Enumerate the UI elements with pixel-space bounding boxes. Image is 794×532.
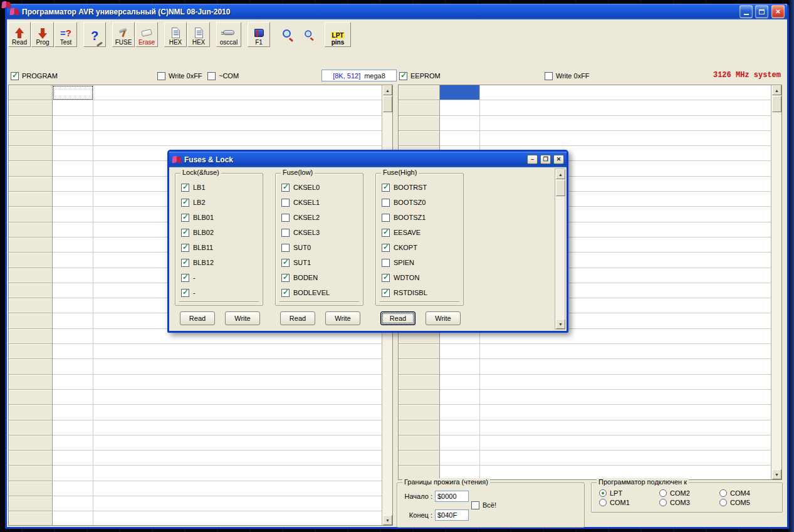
write-ff-left-checkbox[interactable]: Write 0xFF [157, 71, 202, 81]
grid-cell[interactable] [480, 116, 771, 131]
connection-radio-COM3[interactable]: COM3 [659, 499, 690, 506]
grid-cell[interactable] [440, 466, 480, 479]
grid-row[interactable] [399, 116, 771, 131]
scrollbar-thumb[interactable] [383, 96, 392, 112]
checkbox[interactable] [181, 184, 189, 192]
row-header-cell[interactable] [9, 298, 53, 313]
maximize-button[interactable] [755, 5, 768, 18]
checkbox[interactable] [382, 184, 390, 192]
grid-row[interactable] [399, 375, 771, 390]
grid-cell[interactable] [53, 161, 93, 176]
grid-cell[interactable] [480, 100, 771, 115]
checkbox[interactable] [181, 289, 189, 297]
grid-cell[interactable] [93, 85, 382, 100]
grid-cell[interactable] [53, 253, 93, 268]
row-header-cell[interactable] [399, 375, 440, 390]
read-button[interactable]: Read [8, 22, 31, 47]
radio-button[interactable] [659, 499, 667, 506]
fuse-option-BLB02[interactable]: BLB02 [175, 225, 263, 240]
grid-cell[interactable] [53, 511, 93, 525]
grid-cell[interactable] [53, 329, 93, 344]
checkbox[interactable] [281, 229, 290, 237]
grid-cell[interactable] [93, 390, 382, 405]
grid-cell[interactable] [53, 298, 93, 313]
fuse-option-BOOTSZ1[interactable]: BOOTSZ1 [376, 210, 463, 225]
grid-cell[interactable] [440, 116, 480, 131]
grid-cell[interactable] [480, 344, 771, 359]
lock-read-button[interactable]: Read [180, 311, 215, 325]
checkbox[interactable] [382, 259, 390, 267]
grid-row[interactable] [9, 451, 382, 466]
grid-row[interactable] [9, 405, 382, 420]
grid-cell[interactable] [480, 359, 771, 374]
fuse-option-CKSEL0[interactable]: CKSEL0 [276, 180, 363, 195]
checkbox[interactable] [471, 501, 479, 509]
checkbox[interactable] [545, 72, 553, 80]
row-header-cell[interactable] [9, 177, 53, 192]
fuse-option-BODLEVEL[interactable]: BODLEVEL [276, 285, 363, 300]
fuse-option-SPIEN[interactable]: SPIEN [376, 255, 463, 270]
checkbox[interactable] [281, 184, 290, 192]
checkbox[interactable] [181, 199, 189, 207]
fuse-option-LB1[interactable]: LB1 [175, 180, 263, 195]
grid-row[interactable] [399, 451, 771, 466]
connection-radio-COM1[interactable]: COM1 [599, 499, 630, 506]
program-checkbox[interactable]: PROGRAM [11, 71, 58, 81]
checkbox[interactable] [281, 199, 290, 207]
grid-cell[interactable] [53, 375, 93, 390]
grid-cell[interactable] [440, 451, 480, 466]
grid-row[interactable] [399, 344, 771, 359]
checkbox[interactable] [181, 214, 189, 222]
grid-cell[interactable] [480, 466, 771, 479]
fusehigh-read-button[interactable]: Read [380, 311, 415, 325]
grid-cell[interactable] [53, 131, 93, 146]
grid-cell[interactable] [440, 359, 480, 374]
row-header-cell[interactable] [399, 116, 440, 131]
scroll-down-icon[interactable]: ▼ [772, 469, 781, 479]
grid-cell[interactable] [53, 283, 93, 298]
grid-cell[interactable] [53, 313, 93, 328]
row-header-cell[interactable] [9, 511, 53, 525]
lpt-pins-button[interactable]: LPT pins [325, 22, 351, 47]
grid-cell[interactable] [53, 390, 93, 405]
row-header-cell[interactable] [9, 375, 53, 390]
grid-row[interactable] [9, 390, 382, 405]
checkbox[interactable] [11, 72, 19, 80]
row-header-cell[interactable] [9, 451, 53, 466]
row-header-cell[interactable] [9, 207, 53, 222]
eeprom-checkbox[interactable]: EEPROM [399, 71, 441, 81]
row-header-cell[interactable] [399, 466, 440, 479]
grid-cell[interactable] [53, 268, 93, 283]
checkbox[interactable] [281, 244, 290, 252]
row-header-cell[interactable] [9, 390, 53, 405]
grid-cell[interactable] [53, 359, 93, 374]
fusehigh-write-button[interactable]: Write [426, 311, 461, 325]
grid-row[interactable] [9, 100, 382, 115]
fuse-option-BODEN[interactable]: BODEN [276, 270, 363, 285]
minimize-button[interactable] [739, 5, 753, 18]
grid-cell[interactable] [53, 466, 93, 481]
grid-row[interactable] [399, 405, 771, 420]
grid-row[interactable] [9, 481, 382, 496]
grid-cell[interactable] [53, 496, 93, 511]
grid-cell[interactable] [53, 405, 93, 420]
grid-row[interactable] [9, 344, 382, 359]
scroll-up-icon[interactable]: ▲ [556, 169, 565, 179]
checkbox[interactable] [281, 214, 290, 222]
fuselow-write-button[interactable]: Write [325, 311, 360, 325]
radio-button[interactable] [599, 489, 607, 497]
grid-row[interactable] [9, 511, 382, 525]
checkbox[interactable] [181, 244, 189, 252]
magnifier-small-button[interactable] [300, 22, 318, 47]
grid-cell[interactable] [480, 85, 771, 100]
scroll-up-icon[interactable]: ▲ [383, 85, 392, 95]
fuse-option-LB2[interactable]: LB2 [175, 195, 263, 210]
row-header-cell[interactable] [9, 116, 53, 131]
grid-cell[interactable] [93, 496, 382, 511]
grid-cell[interactable] [440, 344, 480, 359]
title-bar[interactable]: Программатор AVR универсальный (C)NML 08… [7, 4, 787, 19]
grid-cell[interactable] [480, 131, 771, 146]
dialog-close-button[interactable]: ✕ [553, 155, 564, 164]
grid-cell[interactable] [440, 405, 480, 420]
row-header-cell[interactable] [9, 481, 53, 496]
